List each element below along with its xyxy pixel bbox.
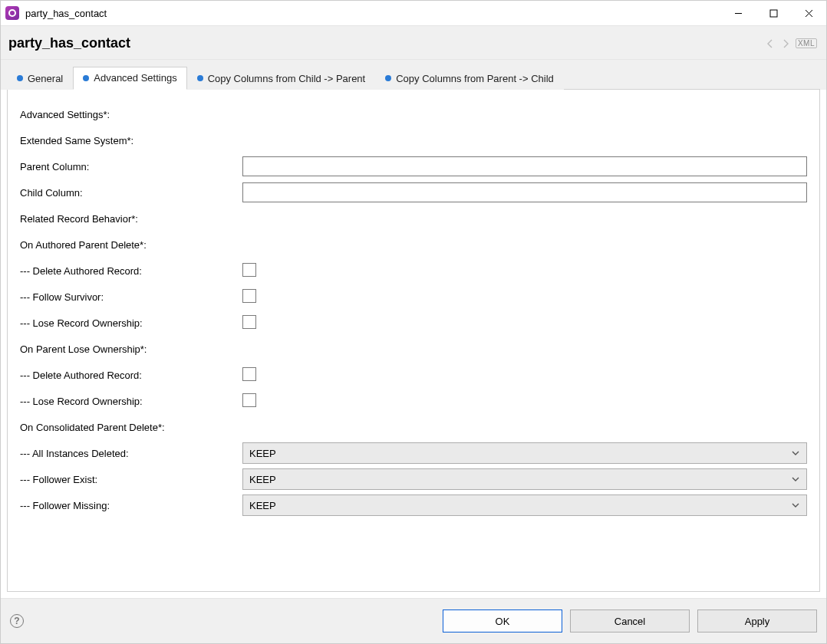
child-column-input[interactable] [242, 182, 807, 202]
dialog-window: party_has_contact party_has_contact XML [0, 0, 827, 644]
bullet-icon [17, 75, 23, 81]
maximize-icon [769, 9, 778, 18]
window-controls [720, 1, 826, 25]
xml-badge[interactable]: XML [796, 38, 817, 48]
row-follower-exist: --- Follower Exist: KEEP [20, 468, 807, 490]
tab-advanced-settings[interactable]: Advanced Settings [73, 67, 186, 90]
select-follower-exist[interactable]: KEEP [242, 468, 807, 490]
tab-content-advanced: Advanced Settings*: Extended Same System… [7, 90, 820, 592]
label-parent-column: Parent Column: [20, 161, 242, 172]
select-follower-missing[interactable]: KEEP [242, 495, 807, 516]
chevron-down-icon [791, 449, 800, 458]
label-follower-exist: --- Follower Exist: [20, 474, 242, 485]
chevron-down-icon [791, 501, 800, 510]
label-on-parent-lose-ownership: On Parent Lose Ownership*: [20, 343, 242, 355]
bullet-icon [83, 75, 89, 81]
tab-copy-child-to-parent[interactable]: Copy Columns from Child -> Parent [187, 67, 376, 90]
tab-label: Copy Columns from Child -> Parent [208, 73, 366, 84]
row-parent-column: Parent Column: [20, 156, 807, 177]
label-lose-record-ownership-1: --- Lose Record Ownership: [20, 317, 242, 329]
label-advanced-settings: Advanced Settings*: [20, 109, 242, 120]
titlebar: party_has_contact [1, 1, 826, 25]
svg-point-0 [9, 10, 15, 16]
svg-rect-2 [770, 10, 777, 17]
tab-copy-parent-to-child[interactable]: Copy Columns from Parent -> Child [375, 67, 564, 90]
help-button[interactable]: ? [10, 614, 24, 628]
tab-label: Advanced Settings [94, 72, 176, 84]
row-child-column: Child Column: [20, 182, 807, 203]
label-follower-missing: --- Follower Missing: [20, 500, 242, 511]
row-extended-same-system: Extended Same System*: [20, 130, 807, 151]
window-title: party_has_contact [25, 8, 107, 19]
page-title: party_has_contact [8, 35, 130, 51]
close-icon [805, 9, 813, 18]
select-value: KEEP [249, 500, 276, 511]
label-child-column: Child Column: [20, 187, 242, 199]
app-icon [5, 6, 19, 20]
nav-back-icon[interactable] [765, 38, 776, 49]
row-follower-missing: --- Follower Missing: KEEP [20, 495, 807, 516]
checkbox-lose-record-ownership-1[interactable] [242, 315, 256, 329]
label-on-authored-parent-delete: On Authored Parent Delete*: [20, 239, 242, 251]
row-on-parent-lose-ownership: On Parent Lose Ownership*: [20, 338, 807, 360]
maximize-button[interactable] [756, 1, 791, 25]
bullet-icon [197, 75, 203, 81]
tab-label: Copy Columns from Parent -> Child [396, 73, 554, 84]
label-all-instances-deleted: --- All Instances Deleted: [20, 448, 242, 459]
select-value: KEEP [249, 448, 276, 459]
row-delete-authored-record-2: --- Delete Authored Record: [20, 364, 807, 386]
checkbox-lose-record-ownership-2[interactable] [242, 393, 256, 407]
header-actions: XML [765, 38, 817, 49]
row-delete-authored-record-1: --- Delete Authored Record: [20, 260, 807, 281]
label-lose-record-ownership-2: --- Lose Record Ownership: [20, 396, 242, 407]
footer-buttons: OK Cancel Apply [443, 610, 817, 632]
label-delete-authored-record-1: --- Delete Authored Record: [20, 265, 242, 277]
help-icon: ? [14, 616, 19, 626]
tabs-container: General Advanced Settings Copy Columns f… [1, 60, 826, 90]
row-on-authored-parent-delete: On Authored Parent Delete*: [20, 234, 807, 255]
close-button[interactable] [791, 1, 826, 25]
chevron-down-icon [791, 475, 800, 484]
checkbox-delete-authored-record-1[interactable] [242, 263, 256, 277]
cancel-button[interactable]: Cancel [570, 610, 690, 632]
row-advanced-settings: Advanced Settings*: [20, 104, 807, 125]
nav-forward-icon[interactable] [780, 38, 791, 49]
label-on-consolidated-parent-delete: On Consolidated Parent Delete*: [20, 422, 242, 433]
select-all-instances-deleted[interactable]: KEEP [242, 442, 807, 464]
bullet-icon [385, 75, 391, 81]
row-lose-record-ownership-1: --- Lose Record Ownership: [20, 312, 807, 334]
parent-column-input[interactable] [242, 156, 807, 176]
row-follow-survivor: --- Follow Survivor: [20, 286, 807, 307]
checkbox-delete-authored-record-2[interactable] [242, 367, 256, 381]
apply-button[interactable]: Apply [697, 610, 817, 632]
footer: ? OK Cancel Apply [1, 598, 826, 643]
minimize-button[interactable] [720, 1, 756, 25]
row-related-record-behavior: Related Record Behavior*: [20, 208, 807, 229]
row-lose-record-ownership-2: --- Lose Record Ownership: [20, 390, 807, 412]
label-extended-same-system: Extended Same System*: [20, 135, 242, 146]
minimize-icon [734, 9, 743, 18]
header: party_has_contact XML [1, 25, 826, 60]
select-value: KEEP [249, 474, 276, 485]
tab-label: General [28, 73, 63, 84]
label-follow-survivor: --- Follow Survivor: [20, 291, 242, 303]
label-delete-authored-record-2: --- Delete Authored Record: [20, 370, 242, 381]
ok-button[interactable]: OK [443, 610, 562, 632]
row-all-instances-deleted: --- All Instances Deleted: KEEP [20, 442, 807, 464]
tabs: General Advanced Settings Copy Columns f… [7, 66, 820, 90]
tab-general[interactable]: General [7, 67, 73, 90]
label-related-record-behavior: Related Record Behavior*: [20, 213, 242, 225]
checkbox-follow-survivor[interactable] [242, 289, 256, 303]
row-on-consolidated-parent-delete: On Consolidated Parent Delete*: [20, 416, 807, 438]
